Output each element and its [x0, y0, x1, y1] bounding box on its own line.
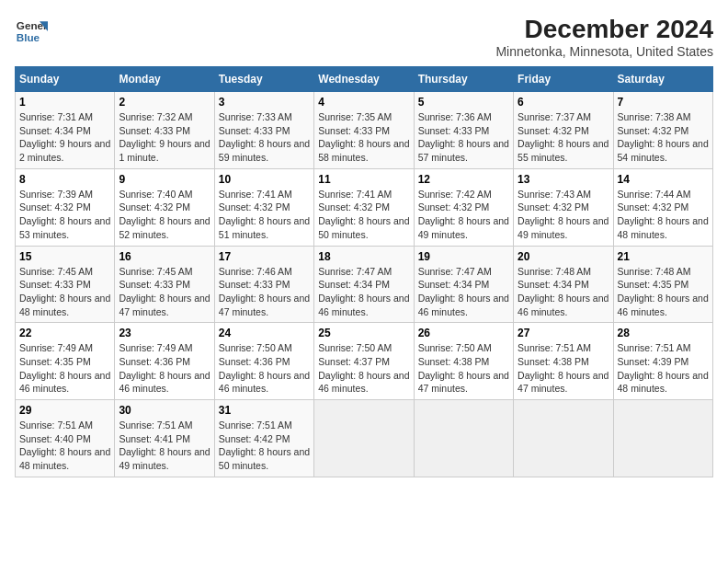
- day-info: Sunrise: 7:31 AMSunset: 4:34 PMDaylight:…: [19, 110, 110, 165]
- day-info: Sunrise: 7:51 AMSunset: 4:41 PMDaylight:…: [119, 419, 210, 473]
- day-number: 12: [418, 173, 509, 186]
- empty-cell: [314, 400, 414, 477]
- calendar-cell: 22Sunrise: 7:49 AMSunset: 4:35 PMDayligh…: [16, 323, 115, 400]
- calendar-cell: 21Sunrise: 7:48 AMSunset: 4:35 PMDayligh…: [613, 246, 712, 323]
- weekday-header: Sunday: [16, 67, 115, 92]
- day-info: Sunrise: 7:50 AMSunset: 4:36 PMDaylight:…: [219, 341, 310, 396]
- day-info: Sunrise: 7:47 AMSunset: 4:34 PMDaylight:…: [318, 265, 409, 319]
- day-info: Sunrise: 7:47 AMSunset: 4:34 PMDaylight:…: [418, 265, 509, 319]
- calendar-cell: 4Sunrise: 7:35 AMSunset: 4:33 PMDaylight…: [314, 92, 414, 169]
- day-info: Sunrise: 7:44 AMSunset: 4:32 PMDaylight:…: [618, 188, 709, 242]
- day-number: 1: [19, 96, 110, 109]
- day-info: Sunrise: 7:43 AMSunset: 4:32 PMDaylight:…: [518, 188, 609, 242]
- day-info: Sunrise: 7:49 AMSunset: 4:35 PMDaylight:…: [19, 341, 110, 396]
- calendar-cell: 23Sunrise: 7:49 AMSunset: 4:36 PMDayligh…: [115, 323, 214, 400]
- calendar-cell: 1Sunrise: 7:31 AMSunset: 4:34 PMDaylight…: [16, 92, 115, 169]
- calendar-cell: 25Sunrise: 7:50 AMSunset: 4:37 PMDayligh…: [314, 323, 414, 400]
- weekday-header: Saturday: [613, 67, 712, 92]
- weekday-header: Monday: [115, 67, 214, 92]
- weekday-header: Wednesday: [314, 67, 414, 92]
- calendar-cell: 27Sunrise: 7:51 AMSunset: 4:38 PMDayligh…: [514, 323, 613, 400]
- calendar-cell: 17Sunrise: 7:46 AMSunset: 4:33 PMDayligh…: [214, 246, 313, 323]
- weekday-header: Tuesday: [214, 67, 313, 92]
- calendar-cell: 16Sunrise: 7:45 AMSunset: 4:33 PMDayligh…: [115, 246, 214, 323]
- day-number: 2: [119, 96, 210, 109]
- day-number: 29: [19, 404, 110, 417]
- calendar-cell: 9Sunrise: 7:40 AMSunset: 4:32 PMDaylight…: [115, 168, 214, 246]
- day-info: Sunrise: 7:48 AMSunset: 4:34 PMDaylight:…: [518, 265, 609, 319]
- day-number: 23: [119, 327, 210, 339]
- day-info: Sunrise: 7:51 AMSunset: 4:42 PMDaylight:…: [219, 419, 310, 473]
- calendar-table: SundayMondayTuesdayWednesdayThursdayFrid…: [15, 66, 713, 477]
- day-info: Sunrise: 7:48 AMSunset: 4:35 PMDaylight:…: [618, 265, 709, 319]
- day-info: Sunrise: 7:50 AMSunset: 4:38 PMDaylight:…: [418, 341, 509, 396]
- calendar-cell: 10Sunrise: 7:41 AMSunset: 4:32 PMDayligh…: [214, 168, 313, 246]
- day-number: 28: [618, 327, 709, 339]
- day-number: 5: [418, 96, 509, 109]
- weekday-header: Friday: [514, 67, 613, 92]
- day-info: Sunrise: 7:49 AMSunset: 4:36 PMDaylight:…: [119, 341, 210, 396]
- day-info: Sunrise: 7:41 AMSunset: 4:32 PMDaylight:…: [219, 188, 310, 242]
- weekday-header: Thursday: [414, 67, 513, 92]
- calendar-cell: 19Sunrise: 7:47 AMSunset: 4:34 PMDayligh…: [414, 246, 513, 323]
- day-number: 15: [19, 250, 110, 263]
- day-number: 18: [318, 250, 409, 263]
- day-info: Sunrise: 7:39 AMSunset: 4:32 PMDaylight:…: [19, 188, 110, 242]
- day-number: 31: [219, 404, 310, 417]
- month-title: December 2024: [495, 15, 713, 44]
- day-number: 25: [318, 327, 409, 339]
- day-number: 30: [119, 404, 210, 417]
- calendar-cell: 29Sunrise: 7:51 AMSunset: 4:40 PMDayligh…: [16, 400, 115, 477]
- day-number: 7: [618, 96, 709, 109]
- day-info: Sunrise: 7:35 AMSunset: 4:33 PMDaylight:…: [318, 110, 409, 165]
- empty-cell: [414, 400, 513, 477]
- day-info: Sunrise: 7:51 AMSunset: 4:40 PMDaylight:…: [19, 419, 110, 473]
- calendar-cell: 20Sunrise: 7:48 AMSunset: 4:34 PMDayligh…: [514, 246, 613, 323]
- logo: General Blue: [15, 15, 51, 48]
- day-number: 22: [19, 327, 110, 339]
- day-info: Sunrise: 7:51 AMSunset: 4:38 PMDaylight:…: [518, 341, 609, 396]
- calendar-cell: 28Sunrise: 7:51 AMSunset: 4:39 PMDayligh…: [613, 323, 712, 400]
- day-number: 3: [219, 96, 310, 109]
- calendar-cell: 31Sunrise: 7:51 AMSunset: 4:42 PMDayligh…: [214, 400, 313, 477]
- day-number: 8: [19, 173, 110, 186]
- day-number: 20: [518, 250, 609, 263]
- day-info: Sunrise: 7:50 AMSunset: 4:37 PMDaylight:…: [318, 341, 409, 396]
- calendar-cell: 8Sunrise: 7:39 AMSunset: 4:32 PMDaylight…: [16, 168, 115, 246]
- title-block: December 2024 Minnetonka, Minnesota, Uni…: [495, 15, 713, 59]
- day-info: Sunrise: 7:38 AMSunset: 4:32 PMDaylight:…: [618, 110, 709, 165]
- day-number: 19: [418, 250, 509, 263]
- day-info: Sunrise: 7:51 AMSunset: 4:39 PMDaylight:…: [618, 341, 709, 396]
- empty-cell: [613, 400, 712, 477]
- day-number: 11: [318, 173, 409, 186]
- calendar-cell: 30Sunrise: 7:51 AMSunset: 4:41 PMDayligh…: [115, 400, 214, 477]
- day-number: 27: [518, 327, 609, 339]
- calendar-cell: 7Sunrise: 7:38 AMSunset: 4:32 PMDaylight…: [613, 92, 712, 169]
- day-number: 26: [418, 327, 509, 339]
- calendar-cell: 6Sunrise: 7:37 AMSunset: 4:32 PMDaylight…: [514, 92, 613, 169]
- day-info: Sunrise: 7:36 AMSunset: 4:33 PMDaylight:…: [418, 110, 509, 165]
- day-info: Sunrise: 7:41 AMSunset: 4:32 PMDaylight:…: [318, 188, 409, 242]
- day-number: 16: [119, 250, 210, 263]
- svg-text:Blue: Blue: [17, 31, 40, 43]
- calendar-cell: 2Sunrise: 7:32 AMSunset: 4:33 PMDaylight…: [115, 92, 214, 169]
- day-info: Sunrise: 7:40 AMSunset: 4:32 PMDaylight:…: [119, 188, 210, 242]
- day-info: Sunrise: 7:46 AMSunset: 4:33 PMDaylight:…: [219, 265, 310, 319]
- day-number: 17: [219, 250, 310, 263]
- day-info: Sunrise: 7:42 AMSunset: 4:32 PMDaylight:…: [418, 188, 509, 242]
- day-number: 9: [119, 173, 210, 186]
- calendar-cell: 15Sunrise: 7:45 AMSunset: 4:33 PMDayligh…: [16, 246, 115, 323]
- day-number: 6: [518, 96, 609, 109]
- day-number: 13: [518, 173, 609, 186]
- day-number: 21: [618, 250, 709, 263]
- location-subtitle: Minnetonka, Minnesota, United States: [495, 44, 713, 59]
- calendar-cell: 26Sunrise: 7:50 AMSunset: 4:38 PMDayligh…: [414, 323, 513, 400]
- day-number: 14: [618, 173, 709, 186]
- day-info: Sunrise: 7:37 AMSunset: 4:32 PMDaylight:…: [518, 110, 609, 165]
- calendar-cell: 14Sunrise: 7:44 AMSunset: 4:32 PMDayligh…: [613, 168, 712, 246]
- calendar-cell: 13Sunrise: 7:43 AMSunset: 4:32 PMDayligh…: [514, 168, 613, 246]
- day-number: 24: [219, 327, 310, 339]
- calendar-cell: 5Sunrise: 7:36 AMSunset: 4:33 PMDaylight…: [414, 92, 513, 169]
- calendar-cell: 12Sunrise: 7:42 AMSunset: 4:32 PMDayligh…: [414, 168, 513, 246]
- empty-cell: [514, 400, 613, 477]
